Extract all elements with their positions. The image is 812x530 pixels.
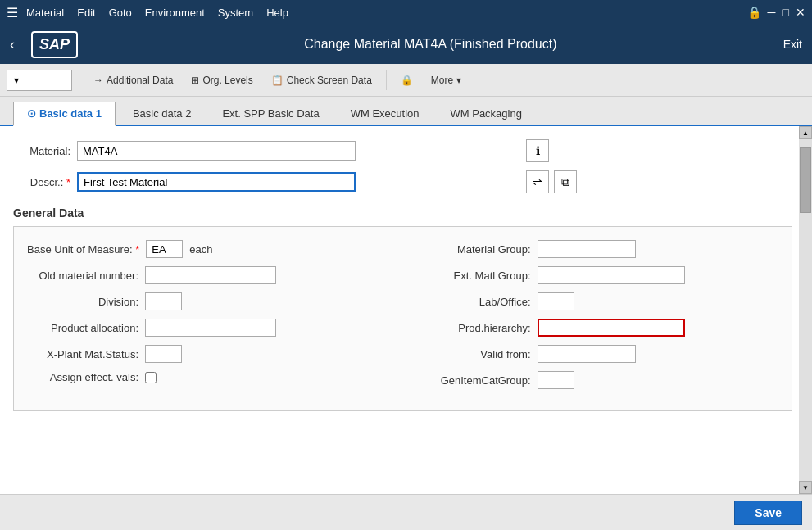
lab-office-row: Lab/Office: [420,292,779,310]
menu-material[interactable]: Material [26,7,64,19]
additional-data-button[interactable]: → Additional Data [86,70,180,91]
more-button[interactable]: More ▾ [424,70,469,91]
old-material-label: Old material number: [27,270,142,282]
general-data-section: Base Unit of Measure: each Old material … [13,226,792,411]
uom-text: each [189,243,212,256]
desc-input[interactable] [77,172,356,192]
minimize-button[interactable]: ─ [768,6,776,19]
title-bar: ☰ Material Edit Goto Environment System … [0,0,812,25]
desc-row: Descr.: ⇌ ⧉ [13,170,792,193]
general-data-title: General Data [13,206,792,220]
back-button[interactable]: ‹ [10,36,15,53]
additional-data-icon: → [93,75,103,86]
base-uom-row: Base Unit of Measure: each [27,240,387,258]
material-group-row: Material Group: [420,240,779,258]
valid-from-row: Valid from: [420,345,779,363]
product-allocation-input[interactable] [145,319,276,337]
org-levels-icon: ⊞ [191,75,199,86]
tab-wm-execution[interactable]: WM Execution [337,102,433,125]
toolbar-separator-2 [386,70,387,90]
sap-logo-text: SAP [39,36,70,53]
lock-icon[interactable]: 🔒 [747,6,761,19]
tab-bar: ⊙ Basic data 1 Basic data 2 Ext. SPP Bas… [0,97,812,126]
division-row: Division: [27,292,387,310]
xplant-input[interactable] [145,345,182,363]
xplant-row: X-Plant Mat.Status: [27,345,387,363]
menu-edit[interactable]: Edit [77,7,95,19]
gen-item-cat-label: GenItemCatGroup: [420,374,534,387]
save-button[interactable]: Save [734,501,802,525]
old-material-input[interactable] [145,266,276,284]
copy-button[interactable]: ⧉ [554,170,577,193]
compare-button[interactable]: ⇌ [526,170,549,193]
gen-item-cat-row: GenItemCatGroup: [420,371,779,389]
lab-office-label: Lab/Office: [420,296,534,308]
prod-hierarchy-label: Prod.hierarchy: [420,322,534,334]
menu-environment[interactable]: Environment [145,7,205,19]
material-input[interactable] [77,141,356,161]
left-column: Base Unit of Measure: each Old material … [27,240,387,397]
info-button[interactable]: ℹ [526,139,549,162]
toolbar-separator-1 [79,70,79,90]
right-column: Material Group: Ext. Matl Group: Lab/Off… [420,240,779,397]
window-controls: 🔒 ─ □ ✕ [747,6,805,19]
material-group-input[interactable] [538,240,636,258]
check-screen-label: Check Screen Data [287,75,372,86]
tab-ext-spp[interactable]: Ext. SPP Basic Data [208,102,333,125]
toolbar-dropdown[interactable]: ▾ [7,70,72,91]
ext-matl-group-input[interactable] [538,266,685,284]
division-label: Division: [27,296,142,308]
sap-logo[interactable]: SAP [31,31,78,58]
desc-label: Descr.: [13,176,70,188]
main-content: Material: ℹ Descr.: ⇌ ⧉ General Data Bas… [0,126,812,494]
org-levels-label: Org. Levels [202,75,252,86]
base-uom-input[interactable] [146,240,183,258]
tab-basic-data-1[interactable]: ⊙ Basic data 1 [13,102,116,126]
tab-wm-packaging[interactable]: WM Packaging [437,102,536,125]
ext-matl-group-label: Ext. Matl Group: [420,270,534,282]
prod-hierarchy-row: Prod.hierarchy: [420,319,779,337]
maximize-button[interactable]: □ [783,6,789,19]
more-label: More [431,75,453,86]
more-arrow-icon: ▾ [456,75,461,86]
scroll-thumb[interactable] [800,147,811,213]
menu-help[interactable]: Help [266,7,288,19]
material-row: Material: ℹ [13,139,792,162]
menu-goto[interactable]: Goto [109,7,132,19]
dropdown-arrow-icon: ▾ [14,75,19,86]
tab-basic-data-2[interactable]: Basic data 2 [119,102,206,125]
additional-data-label: Additional Data [107,75,173,86]
org-levels-button[interactable]: ⊞ Org. Levels [184,70,260,91]
material-label: Material: [13,145,70,157]
assign-effect-checkbox[interactable] [145,372,157,383]
bottom-bar: Save [0,494,812,530]
check-screen-icon: 📋 [271,75,284,86]
prod-hierarchy-input[interactable] [538,319,685,337]
scroll-down-button[interactable]: ▼ [799,481,812,494]
header-bar: ‹ SAP Change Material MAT4A (Finished Pr… [0,25,812,64]
assign-effect-label: Assign effect. vals: [27,371,142,383]
tab-icon: ⊙ [27,107,36,120]
valid-from-input[interactable] [538,345,636,363]
division-input[interactable] [145,292,182,310]
hamburger-menu-icon[interactable]: ☰ [7,5,18,20]
scroll-up-button[interactable]: ▲ [799,126,812,139]
valid-from-label: Valid from: [420,348,534,360]
scrollbar[interactable]: ▲ ▼ [799,126,812,494]
xplant-label: X-Plant Mat.Status: [27,348,142,360]
lock-toolbar-icon: 🔒 [401,75,413,86]
check-screen-data-button[interactable]: 📋 Check Screen Data [264,70,379,91]
product-allocation-row: Product allocation: [27,319,387,337]
close-button[interactable]: ✕ [796,6,805,19]
base-uom-label: Base Unit of Measure: [27,243,143,256]
material-group-label: Material Group: [420,243,534,256]
lab-office-input[interactable] [538,292,574,310]
page-title: Change Material MAT4A (Finished Product) [91,37,770,52]
lock-toolbar-button[interactable]: 🔒 [393,70,420,91]
gen-item-cat-input[interactable] [538,371,574,389]
scroll-track [799,139,812,481]
menu-system[interactable]: System [218,7,253,19]
product-allocation-label: Product allocation: [27,322,142,334]
exit-button[interactable]: Exit [783,38,802,51]
toolbar: ▾ → Additional Data ⊞ Org. Levels 📋 Chec… [0,64,812,97]
